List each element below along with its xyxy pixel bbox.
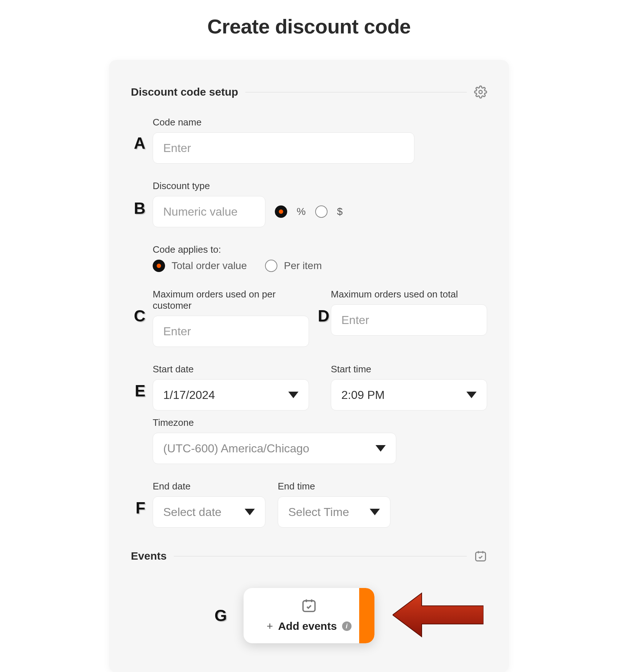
marker-a: A (127, 134, 145, 152)
field-discount-type: B Discount type % $ (153, 180, 487, 227)
events-section: Events G + Add events i (131, 549, 487, 643)
svg-marker-3 (393, 593, 483, 637)
section-title-setup: Discount code setup (131, 86, 238, 98)
field-applies-to: Code applies to: Total order value Per i… (153, 244, 487, 272)
divider (174, 556, 467, 556)
field-code-name: A Code name (153, 117, 487, 164)
code-name-input[interactable] (153, 132, 414, 164)
gear-icon[interactable] (474, 85, 487, 99)
radio-percent[interactable] (275, 205, 287, 218)
field-start: E Start date 1/17/2024 Start time 2:09 P… (153, 364, 487, 411)
radio-dollar[interactable] (315, 205, 328, 218)
calendar-check-icon (474, 549, 487, 563)
section-header-setup: Discount code setup (131, 85, 487, 99)
label-end-time: End time (278, 481, 390, 492)
radio-total-order-label: Total order value (172, 260, 247, 272)
max-per-customer-input[interactable] (153, 316, 309, 347)
chevron-down-icon (288, 392, 298, 398)
marker-d: D (311, 307, 329, 325)
svg-rect-2 (303, 601, 315, 611)
label-max-per-customer: Maximum orders used on per customer (153, 289, 309, 311)
divider (245, 92, 467, 92)
marker-c: C (127, 307, 145, 325)
svg-rect-1 (476, 552, 486, 561)
section-title-events: Events (131, 550, 166, 562)
add-events-label: Add events (278, 620, 337, 632)
label-max-total: Maximum orders used on total (331, 289, 487, 300)
marker-e: E (127, 382, 145, 400)
chevron-down-icon (466, 392, 477, 398)
end-date-select[interactable]: Select date (153, 496, 265, 528)
marker-b: B (127, 199, 145, 217)
start-time-value: 2:09 PM (341, 388, 385, 402)
max-total-input[interactable] (331, 304, 487, 336)
label-start-time: Start time (331, 364, 487, 375)
end-time-placeholder: Select Time (288, 505, 349, 519)
start-time-select[interactable]: 2:09 PM (331, 379, 487, 411)
label-end-date: End date (153, 481, 265, 492)
start-date-value: 1/17/2024 (163, 388, 215, 402)
red-arrow-annotation (393, 591, 483, 640)
end-date-placeholder: Select date (163, 505, 221, 519)
chevron-down-icon (376, 445, 386, 452)
radio-dollar-label: $ (337, 206, 343, 217)
timezone-select[interactable]: (UTC-600) America/Chicago (153, 433, 396, 464)
label-start-date: Start date (153, 364, 309, 375)
field-timezone: Timezone (UTC-600) America/Chicago (153, 417, 487, 464)
marker-f: F (127, 499, 145, 517)
label-timezone: Timezone (153, 417, 487, 428)
add-events-button[interactable]: + Add events i (244, 588, 374, 643)
svg-point-0 (479, 91, 482, 94)
label-discount-type: Discount type (153, 180, 487, 192)
radio-percent-label: % (297, 206, 306, 217)
label-code-name: Code name (153, 117, 487, 128)
events-center: G + Add events i (131, 588, 487, 643)
chevron-down-icon (245, 509, 255, 515)
discount-form-card: Discount code setup A Code name B Discou… (109, 60, 509, 672)
section-header-events: Events (131, 549, 487, 563)
field-max-orders: C Maximum orders used on per customer D … (153, 289, 487, 347)
end-time-select[interactable]: Select Time (278, 496, 390, 528)
plus-icon: + (266, 620, 273, 632)
calendar-check-icon (251, 597, 367, 615)
page-title: Create discount code (109, 15, 509, 38)
chevron-down-icon (370, 509, 380, 515)
radio-total-order[interactable] (153, 260, 165, 272)
field-end: F End date Select date End time Select T… (153, 481, 487, 528)
info-icon: i (342, 621, 352, 631)
discount-value-input[interactable] (153, 196, 265, 227)
label-applies-to: Code applies to: (153, 244, 487, 255)
radio-per-item-label: Per item (284, 260, 322, 272)
start-date-select[interactable]: 1/17/2024 (153, 379, 309, 411)
timezone-value: (UTC-600) America/Chicago (163, 442, 309, 455)
radio-per-item[interactable] (265, 260, 277, 272)
marker-g: G (214, 607, 227, 625)
